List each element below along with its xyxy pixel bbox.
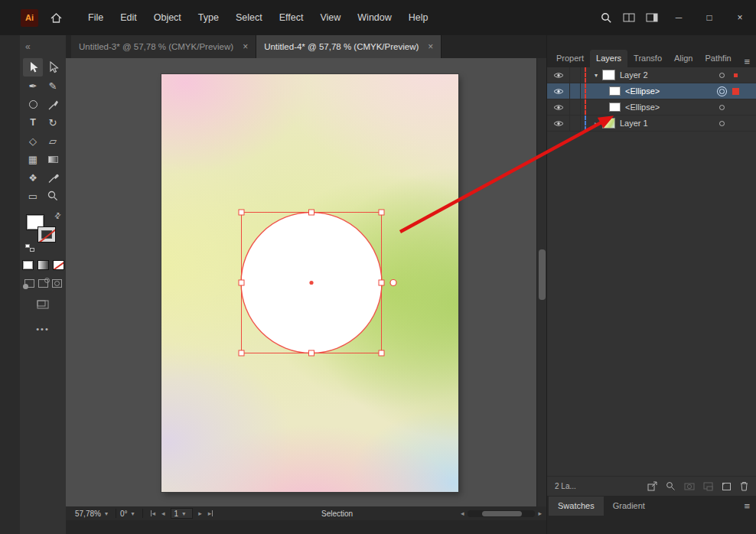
object-thumbnail[interactable] xyxy=(609,103,621,112)
object-thumbnail[interactable] xyxy=(609,86,621,96)
artboard-navigation-dropdown[interactable]: 1 ▾ xyxy=(171,508,194,519)
menu-file[interactable]: File xyxy=(80,12,112,23)
eyedropper-tool[interactable] xyxy=(43,168,63,187)
ellipse-tool[interactable] xyxy=(23,95,43,113)
rotate-tool[interactable]: ↻ xyxy=(43,113,63,132)
draw-normal-button[interactable] xyxy=(24,279,34,288)
delete-selection-icon[interactable] xyxy=(740,481,748,491)
visibility-toggle[interactable] xyxy=(547,67,570,83)
artboard[interactable] xyxy=(161,74,458,492)
horizontal-scrollbar-thumb[interactable] xyxy=(482,511,522,516)
layer-name[interactable]: <Ellipse> xyxy=(625,86,715,96)
layer-row-layer2[interactable]: ▾ Layer 2 xyxy=(547,67,756,83)
swap-fill-stroke-icon[interactable]: ⇄ xyxy=(52,210,63,221)
type-tool[interactable]: T xyxy=(23,113,43,132)
menu-object[interactable]: Object xyxy=(145,12,190,23)
blend-tool[interactable]: ❖ xyxy=(23,168,43,187)
gradient-button[interactable] xyxy=(37,260,49,270)
horizontal-scrollbar[interactable]: ◂ ▸ xyxy=(458,506,546,520)
scale-tool[interactable]: ◇ xyxy=(23,132,43,150)
restore-button[interactable]: □ xyxy=(699,12,719,23)
menu-select[interactable]: Select xyxy=(227,12,271,23)
tab-transform[interactable]: Transfo xyxy=(627,50,668,67)
tab-align[interactable]: Align xyxy=(668,50,699,67)
visibility-toggle[interactable] xyxy=(547,99,570,115)
panel-menu-icon[interactable]: ≡ xyxy=(744,500,750,512)
color-button[interactable] xyxy=(22,260,34,270)
lock-column[interactable] xyxy=(570,67,581,83)
document-tab-untitled3[interactable]: Untitled-3* @ 57,78 % (CMYK/Preview) × xyxy=(71,35,256,58)
visibility-toggle[interactable] xyxy=(547,83,570,99)
tab-gradient[interactable]: Gradient xyxy=(604,497,654,516)
scroll-left-icon[interactable]: ◂ xyxy=(458,510,468,517)
visibility-toggle[interactable] xyxy=(547,116,570,131)
app-logo[interactable]: Ai xyxy=(21,9,38,27)
create-new-layer-icon[interactable] xyxy=(722,482,732,491)
draw-inside-button[interactable] xyxy=(52,279,62,288)
selection-tool[interactable] xyxy=(23,58,43,77)
target-icon[interactable] xyxy=(715,105,728,110)
target-icon[interactable] xyxy=(715,73,728,78)
first-artboard-button[interactable]: ◂ xyxy=(147,510,159,517)
workspace-switcher-icon[interactable] xyxy=(646,13,658,22)
last-artboard-button[interactable]: ▸ xyxy=(205,510,217,517)
edit-toolbar-button[interactable]: ••• xyxy=(36,324,50,334)
direct-selection-tool[interactable] xyxy=(43,58,63,77)
arrange-documents-icon[interactable] xyxy=(623,13,635,22)
locate-object-icon[interactable] xyxy=(666,481,676,491)
lock-column[interactable] xyxy=(570,116,581,131)
toolbar-collapse-button[interactable]: « xyxy=(20,35,66,58)
none-button[interactable] xyxy=(53,260,64,270)
next-artboard-button[interactable]: ▸ xyxy=(195,510,205,517)
layer-name[interactable]: Layer 1 xyxy=(620,119,715,128)
target-icon[interactable] xyxy=(715,121,728,126)
layer-row-ellipse-selected[interactable]: <Ellipse> xyxy=(547,83,756,99)
layer-name[interactable]: Layer 2 xyxy=(620,70,715,80)
pen-tool[interactable]: ✒ xyxy=(23,77,43,95)
search-icon[interactable] xyxy=(601,12,612,24)
layer-name[interactable]: <Ellipse> xyxy=(625,103,715,112)
expand-icon[interactable]: ▸ xyxy=(590,120,602,127)
menu-view[interactable]: View xyxy=(311,12,349,23)
artboard-tool[interactable]: ▭ xyxy=(23,187,43,205)
close-tab-icon[interactable]: × xyxy=(428,41,433,52)
stroke-swatch[interactable] xyxy=(37,226,56,243)
create-sublayer-icon[interactable] xyxy=(703,482,713,491)
layer-row-ellipse[interactable]: <Ellipse> xyxy=(547,99,756,116)
close-button[interactable]: × xyxy=(730,12,750,23)
zoom-dropdown-icon[interactable]: ▾ xyxy=(101,510,112,517)
tab-layers[interactable]: Layers xyxy=(590,50,627,67)
layer-thumbnail[interactable] xyxy=(602,70,615,80)
tab-swatches[interactable]: Swatches xyxy=(549,497,604,516)
home-icon[interactable] xyxy=(50,12,63,24)
rotation-dropdown-icon[interactable]: ▾ xyxy=(128,510,138,517)
mesh-tool[interactable]: ▦ xyxy=(23,150,43,168)
tab-properties[interactable]: Propert xyxy=(550,50,590,67)
menu-edit[interactable]: Edit xyxy=(112,12,145,23)
default-fill-stroke-icon[interactable] xyxy=(25,244,34,252)
close-tab-icon[interactable]: × xyxy=(243,41,248,52)
expand-icon[interactable]: ▾ xyxy=(590,72,602,79)
menu-help[interactable]: Help xyxy=(400,12,437,23)
lock-column[interactable] xyxy=(570,99,581,115)
pencil-tool[interactable]: ✎ xyxy=(43,77,63,95)
menu-effect[interactable]: Effect xyxy=(271,12,312,23)
paintbrush-tool[interactable] xyxy=(43,95,63,113)
target-icon-selected[interactable] xyxy=(715,89,728,94)
rotation-value[interactable]: 0° xyxy=(120,510,128,518)
scroll-right-icon[interactable]: ▸ xyxy=(535,510,545,517)
layer-row-layer1[interactable]: ▸ Layer 1 xyxy=(547,116,756,132)
layer-thumbnail[interactable] xyxy=(602,118,615,129)
canvas-area[interactable] xyxy=(66,58,546,506)
tab-pathfinder[interactable]: Pathfin xyxy=(699,50,737,67)
lock-column[interactable] xyxy=(570,83,581,99)
minimize-button[interactable]: ─ xyxy=(669,12,689,23)
make-clipping-mask-icon[interactable] xyxy=(684,482,695,491)
vertical-scrollbar-thumb[interactable] xyxy=(539,249,546,300)
draw-behind-button[interactable] xyxy=(38,279,48,288)
vertical-scrollbar[interactable] xyxy=(536,58,546,506)
gradient-tool[interactable] xyxy=(43,150,63,168)
selection-indicator[interactable] xyxy=(728,88,742,95)
panel-menu-icon[interactable]: ≡ xyxy=(744,56,750,67)
menu-type[interactable]: Type xyxy=(190,12,227,23)
